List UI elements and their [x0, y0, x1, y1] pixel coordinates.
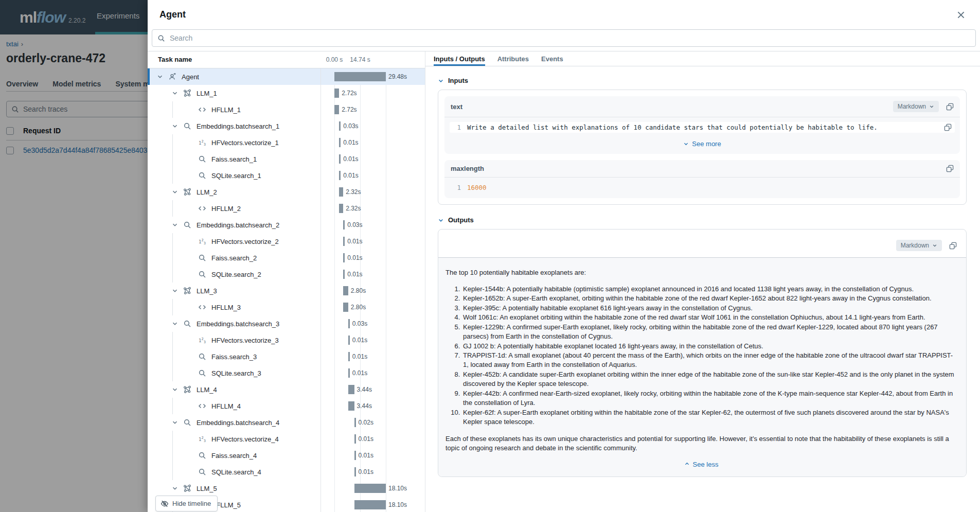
- markdown-select[interactable]: Markdown: [896, 240, 942, 251]
- task-label: Faiss.search_2: [211, 254, 257, 262]
- task-row-LLM_4[interactable]: LLM_43.44s: [148, 381, 425, 398]
- chevron-down-icon[interactable]: [171, 90, 179, 97]
- task-row-HFLLM_3[interactable]: HFLLM_32.80s: [148, 299, 425, 315]
- chevron-down-icon: [438, 217, 444, 223]
- chevron-down-icon[interactable]: [171, 320, 179, 327]
- hide-timeline-button[interactable]: Hide timeline: [155, 496, 218, 511]
- see-less-label: See less: [693, 461, 719, 468]
- svg-text:3: 3: [204, 241, 206, 245]
- task-row-Faiss.search_1[interactable]: Faiss.search_10.01s: [148, 151, 425, 167]
- output-footer: Each of these exoplanets has its own uni…: [446, 434, 957, 454]
- task-row-HFLLM_4[interactable]: HFLLM_43.44s: [148, 398, 425, 414]
- task-row-HFVectors.vectorize_3[interactable]: 123HFVectors.vectorize_30.01s: [148, 332, 425, 348]
- chevron-down-icon[interactable]: [171, 485, 179, 492]
- task-label: HFLLM_1: [211, 106, 241, 114]
- task-row-Faiss.search_4[interactable]: Faiss.search_40.01s: [148, 447, 425, 464]
- code-line[interactable]: 1 16000: [450, 182, 955, 193]
- task-row-LLM_5[interactable]: LLM_518.10s: [148, 480, 425, 497]
- task-row-HFVectors.vectorize_1[interactable]: 123HFVectors.vectorize_10.01s: [148, 134, 425, 151]
- copy-icon[interactable]: [944, 123, 952, 131]
- markdown-select[interactable]: Markdown: [893, 101, 939, 112]
- tree-body: Agent29.48sLLM_12.72sHFLLM_12.72sEmbeddi…: [148, 68, 425, 512]
- task-tree-panel: Task name 0.00 s 14.74 s Agent29.48sLLM_…: [148, 51, 425, 512]
- task-label: HFLLM_2: [211, 205, 241, 213]
- svg-text:3: 3: [204, 143, 206, 147]
- timeline-tick-0: 0.00 s: [326, 56, 343, 63]
- span-search-input[interactable]: Search: [152, 29, 976, 47]
- see-less-link[interactable]: See less: [446, 453, 957, 474]
- task-row-LLM_1[interactable]: LLM_12.72s: [148, 85, 425, 101]
- duration-bar: [354, 418, 356, 427]
- duration-label: 29.48s: [388, 73, 407, 80]
- chevron-down-icon[interactable]: [171, 188, 179, 196]
- code-icon: [198, 303, 206, 311]
- column-divider: [320, 68, 321, 512]
- task-label: HFVectors.vectorize_3: [211, 337, 279, 344]
- chevron-down-icon[interactable]: [171, 221, 179, 228]
- task-label: LLM_3: [197, 287, 217, 295]
- code-line[interactable]: 1 Write a detailed list with explanation…: [450, 122, 955, 133]
- task-row-Embeddings.batchsearch_4[interactable]: Embeddings.batchsearch_40.02s: [148, 414, 425, 431]
- task-row-Embeddings.batchsearch_3[interactable]: Embeddings.batchsearch_30.03s: [148, 315, 425, 332]
- chevron-down-icon[interactable]: [171, 419, 179, 426]
- search-icon: [198, 270, 206, 278]
- task-row-HFVectors.vectorize_2[interactable]: 123HFVectors.vectorize_20.01s: [148, 233, 425, 250]
- task-row-SQLite.search_1[interactable]: SQLite.search_10.01s: [148, 167, 425, 184]
- see-more-link[interactable]: See more: [444, 136, 960, 154]
- chevron-down-icon[interactable]: [171, 386, 179, 393]
- task-label: Embeddings.batchsearch_2: [197, 221, 279, 229]
- task-row-LLM_2[interactable]: LLM_22.32s: [148, 184, 425, 200]
- hide-timeline-label: Hide timeline: [172, 500, 211, 507]
- outputs-section-label: Outputs: [448, 216, 474, 224]
- duration-label: 0.01s: [352, 353, 367, 360]
- task-row-Faiss.search_2[interactable]: Faiss.search_20.01s: [148, 250, 425, 266]
- input-maxlength-block: maxlength 1 16000: [444, 160, 960, 198]
- task-row-HFVectors.vectorize_4[interactable]: 123HFVectors.vectorize_40.01s: [148, 431, 425, 447]
- task-row-SQLite.search_3[interactable]: SQLite.search_30.01s: [148, 365, 425, 381]
- outputs-section-header[interactable]: Outputs: [438, 216, 967, 224]
- chevron-down-icon[interactable]: [171, 122, 179, 130]
- copy-icon[interactable]: [946, 165, 954, 172]
- numbers-icon: 123: [198, 435, 206, 443]
- duration-bar: [343, 303, 348, 312]
- chevron-down-icon: [929, 104, 934, 109]
- screen: mlflow 2.20.2 Experiments txtai› orderly…: [0, 0, 980, 512]
- task-row-Agent[interactable]: Agent29.48s: [148, 68, 425, 85]
- duration-bar: [343, 286, 348, 295]
- duration-label: 2.32s: [346, 205, 361, 212]
- task-label: Faiss.search_3: [211, 353, 257, 361]
- close-icon[interactable]: [956, 10, 966, 20]
- inputs-section-header[interactable]: Inputs: [438, 77, 967, 84]
- markdown-select-value: Markdown: [898, 103, 926, 110]
- copy-icon[interactable]: [946, 103, 954, 111]
- duration-label: 0.01s: [343, 172, 358, 179]
- chevron-down-icon[interactable]: [156, 73, 164, 80]
- task-row-HFLLM_1[interactable]: HFLLM_12.72s: [148, 101, 425, 118]
- task-row-Embeddings.batchsearch_1[interactable]: Embeddings.batchsearch_10.03s: [148, 118, 425, 134]
- output-list-item: Kepler-1229b: A confirmed super-Earth ex…: [462, 323, 957, 342]
- input-maxlength-value: 16000: [467, 184, 487, 191]
- tab-attributes[interactable]: Attributes: [497, 51, 529, 66]
- duration-label: 3.44s: [357, 402, 372, 410]
- output-list-item: Kepler-395c: A potentially habitable exo…: [462, 304, 957, 313]
- task-row-Faiss.search_3[interactable]: Faiss.search_30.01s: [148, 348, 425, 365]
- task-name-column-header: Task name: [158, 56, 192, 63]
- task-label: Faiss.search_4: [211, 452, 257, 460]
- input-key-maxlength: maxlength: [451, 165, 484, 172]
- task-row-SQLite.search_2[interactable]: SQLite.search_20.01s: [148, 266, 425, 283]
- markdown-select-value: Markdown: [901, 242, 929, 249]
- task-row-LLM_3[interactable]: LLM_32.80s: [148, 283, 425, 299]
- search-icon: [198, 171, 206, 180]
- task-label: LLM_1: [197, 90, 217, 97]
- task-row-Embeddings.batchsearch_2[interactable]: Embeddings.batchsearch_20.03s: [148, 217, 425, 233]
- copy-icon[interactable]: [949, 242, 957, 250]
- task-row-SQLite.search_4[interactable]: SQLite.search_40.01s: [148, 464, 425, 480]
- tab-inputs-outputs[interactable]: Inputs / Outputs: [434, 51, 485, 66]
- task-row-HFLLM_2[interactable]: HFLLM_22.32s: [148, 200, 425, 217]
- task-label: LLM_5: [197, 485, 217, 492]
- svg-text:3: 3: [204, 340, 206, 344]
- llm-icon: [183, 484, 191, 492]
- task-label: SQLite.search_3: [211, 369, 261, 377]
- chevron-down-icon[interactable]: [171, 287, 179, 294]
- tab-events[interactable]: Events: [541, 51, 563, 66]
